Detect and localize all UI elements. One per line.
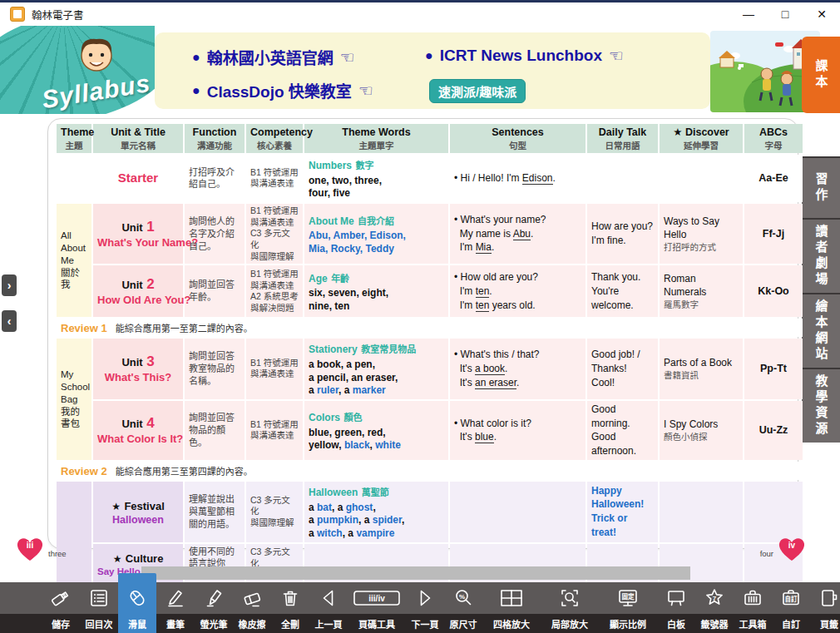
unit2-theme-words: Age 年齡 six, seven, eight,nine, ten — [304, 265, 448, 317]
monitor-icon: 固定 — [617, 582, 639, 614]
tool-next-page[interactable]: 下一頁 — [406, 582, 444, 633]
unit1-sentences: • What's your name? My name is Abu. I'm … — [450, 204, 586, 264]
festival-daily-talk: Happy Halloween!Trick or treat! — [587, 482, 658, 542]
unit2-title-cell: Unit 2 How Old Are You? — [93, 265, 183, 317]
unit4-abcs: Uu-Zz — [744, 401, 803, 460]
review1-desc: 能綜合應用第一至第二課的內容。 — [116, 324, 253, 334]
zoom-percent-icon: % — [452, 582, 474, 614]
tool-original-size[interactable]: %原尺寸 — [444, 582, 482, 633]
row-review2: Review 2能綜合應用第三至第四課的內容。 — [57, 462, 803, 480]
header-unit-title: Unit & Title單元名稱 — [93, 124, 183, 153]
theme-all-about-me: AllAboutMe關於我 — [57, 204, 91, 317]
app-icon — [10, 7, 25, 22]
page-word-left: three — [48, 549, 67, 558]
unit1-abcs: Ff-Jj — [744, 204, 803, 264]
svg-text:7: 7 — [713, 595, 717, 602]
highlighter-icon — [203, 582, 225, 614]
page-word-right: four — [760, 549, 773, 558]
unit4-function: 詢問並回答物品的顏色。 — [185, 401, 245, 460]
tool-custom[interactable]: 自訂自訂 — [772, 582, 810, 633]
tool-save[interactable]: 儲存 — [42, 582, 80, 633]
link-label: ClassDojo 快樂教室 — [207, 79, 352, 101]
tool-label: 白板 — [667, 614, 685, 633]
panel-toggle-right-icon[interactable]: › — [2, 274, 17, 296]
unit3-competency: B1 符號運用與溝通表達 — [246, 339, 303, 399]
next-arrow-icon — [414, 582, 436, 614]
unit1-discover: Ways to Say Hello打招呼的方式 — [660, 204, 743, 264]
unit2-sentences: • How old are you? I'm ten. I'm ten year… — [450, 265, 586, 317]
table-header-row: Theme主題 Unit & Title單元名稱 Function溝通功能 Co… — [57, 124, 803, 153]
tool-label: 上一頁 — [315, 614, 343, 633]
side-tab-workbook[interactable]: 習作 — [802, 156, 840, 218]
review2-desc: 能綜合應用第三至第四課的內容。 — [116, 467, 253, 477]
hand-pointer-icon: ☜ — [358, 81, 373, 101]
tool-label: 自訂 — [782, 614, 800, 633]
area-zoom-icon — [559, 582, 581, 614]
tool-prev-page[interactable]: 上一頁 — [309, 582, 348, 633]
tool-delete-all[interactable]: 全刪 — [271, 582, 309, 633]
hand-pointer-icon: ☜ — [340, 47, 355, 67]
unit1-daily-talk: How are you?I'm fine. — [587, 204, 658, 264]
quiz-fun-button[interactable]: 速測派/趣味派 — [429, 79, 526, 103]
tool-label: 畫筆 — [166, 614, 185, 633]
side-tab-textbook[interactable]: 課本 — [802, 37, 840, 113]
review2-label: Review 2 — [61, 465, 107, 477]
panel-toggle-left-icon[interactable]: ‹ — [2, 310, 17, 332]
page-number-heart-left: iii — [15, 536, 45, 562]
tool-display-ratio[interactable]: 固定顯示比例 — [599, 582, 657, 633]
tool-page-number[interactable]: iii/iv頁碼工具 — [348, 582, 406, 633]
tool-number-picker[interactable]: 7籤號器 — [695, 582, 734, 633]
row-starter: Starter 打招呼及介紹自己。 B1 符號運用與溝通表達 Numbers 數… — [57, 155, 803, 202]
tool-mouse[interactable]: 滑鼠 — [118, 573, 156, 633]
page-number-box-icon: iii/iv — [353, 582, 401, 614]
bullet-icon: ● — [192, 83, 200, 98]
pen-icon — [165, 582, 186, 614]
theme-my-school-bag: MySchoolBag我的書包 — [57, 339, 91, 460]
tool-label: 頁碼工具 — [358, 614, 395, 633]
syllabus-page: Theme主題 Unit & Title單元名稱 Function溝通功能 Co… — [47, 118, 798, 549]
header-daily-talk: Daily Talk日常用語 — [587, 124, 658, 153]
tool-label: 工具箱 — [739, 614, 767, 633]
link-icrt-news-lunchbox[interactable]: ●ICRT News Lunchbox☜ — [425, 46, 624, 66]
tool-four-grid-zoom[interactable]: 四格放大 — [482, 582, 541, 633]
tool-label: 橡皮擦 — [239, 614, 266, 633]
svg-text:固定: 固定 — [622, 592, 635, 601]
review1-label: Review 1 — [61, 322, 107, 334]
bottom-toolbar: 儲存回目次滑鼠畫筆螢光筆橡皮擦全刪上一頁iii/iv頁碼工具下一頁%原尺寸四格放… — [0, 582, 840, 633]
tool-toolbox[interactable]: 工具箱 — [734, 582, 772, 633]
side-tab-picture-book-site[interactable]: 繪本網站 — [802, 293, 840, 368]
header-theme: Theme主題 — [57, 124, 91, 153]
close-button[interactable]: ✕ — [803, 3, 840, 25]
horizontal-scrollbar[interactable] — [141, 566, 690, 580]
minimize-button[interactable]: — — [730, 3, 767, 25]
unit1-theme-words: About Me 自我介紹 Abu, Amber, Edison,Mia, Ro… — [304, 204, 448, 264]
row-review1: Review 1能綜合應用第一至第二課的內容。 — [57, 319, 803, 337]
four-grid-icon — [499, 582, 524, 614]
tool-label: 顯示比例 — [610, 614, 646, 633]
toolbox-icon — [742, 582, 763, 614]
link-hanlin-english-site[interactable]: ●翰林國小英語官網☜ — [192, 46, 355, 68]
tool-partial-zoom[interactable]: 局部放大 — [541, 582, 599, 633]
tool-page-tabs[interactable]: 頁籤 — [810, 582, 840, 633]
maximize-button[interactable]: □ — [767, 3, 803, 25]
tool-label: 下一頁 — [412, 614, 439, 633]
unit2-function: 詢問並回答年齡。 — [185, 265, 245, 317]
svg-text:iv: iv — [788, 541, 796, 550]
tool-pen[interactable]: 畫筆 — [156, 582, 195, 633]
top-banner: Syllabus ●翰林國小英語官網☜ ●ICRT News Lunchbox☜… — [0, 26, 840, 114]
row-unit4: Unit 4 What Color Is It? 詢問並回答物品的顏色。 B1 … — [57, 401, 803, 460]
header-discover: ★ Discover延伸學習 — [660, 124, 743, 153]
custom-box-icon: 自訂 — [780, 582, 802, 614]
tool-toc[interactable]: 回目次 — [80, 582, 118, 633]
link-classdojo[interactable]: ●ClassDojo 快樂教室☜ — [192, 79, 373, 101]
tool-whiteboard[interactable]: 白板 — [657, 582, 695, 633]
side-tab-teaching-resources[interactable]: 教學資源 — [802, 368, 840, 443]
tool-label: 四格放大 — [493, 614, 530, 633]
unit1-title-cell: Unit 1 What's Your Name? — [93, 204, 183, 264]
tool-eraser[interactable]: 橡皮擦 — [233, 582, 271, 633]
row-festival: ★ Festival Halloween 理解並說出與萬聖節相關的用語。 C3 … — [57, 482, 803, 542]
eraser-icon — [241, 582, 263, 614]
tool-highlighter[interactable]: 螢光筆 — [195, 582, 233, 633]
side-tab-readers-theater[interactable]: 讀者劇場 — [802, 218, 840, 293]
unit3-sentences: • What's this / that? It's a book. It's … — [450, 339, 586, 399]
